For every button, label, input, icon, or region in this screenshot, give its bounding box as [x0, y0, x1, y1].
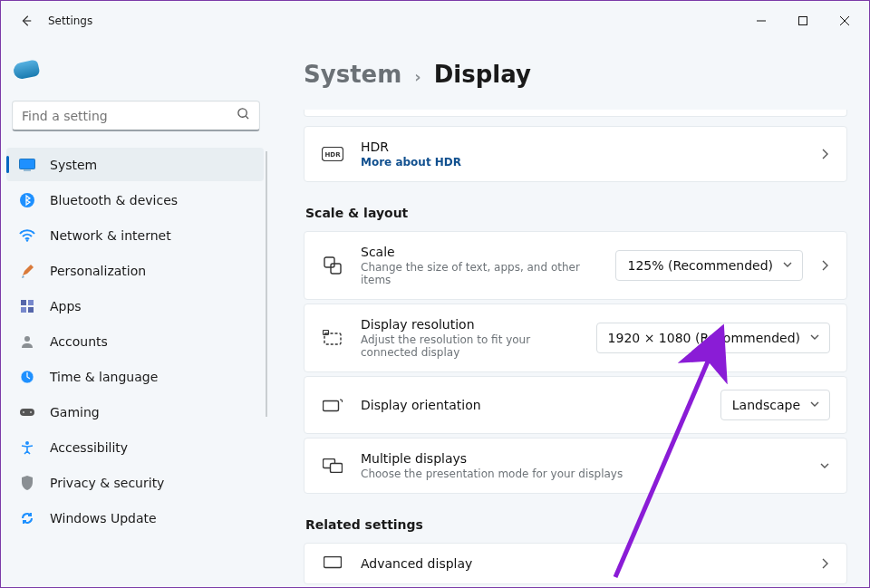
svg-text:HDR: HDR — [324, 151, 341, 159]
chevron-down-icon — [809, 331, 820, 345]
chevron-right-icon — [819, 558, 830, 569]
scale-select[interactable]: 125% (Recommended) — [615, 250, 803, 281]
row-title: Advanced display — [361, 556, 803, 571]
svg-rect-3 — [24, 169, 31, 170]
svg-rect-6 — [21, 300, 26, 305]
row-scale[interactable]: Scale Change the size of text, apps, and… — [304, 231, 847, 300]
apps-icon — [19, 298, 35, 314]
sidebar-item-windows-update[interactable]: Windows Update — [6, 501, 264, 535]
select-value: 125% (Recommended) — [627, 258, 773, 273]
maximize-icon — [798, 16, 807, 25]
row-sub: Adjust the resolution to fit your connec… — [361, 333, 580, 359]
row-title: Scale — [361, 245, 599, 259]
sidebar-item-personalization[interactable]: Personalization — [6, 254, 264, 287]
svg-point-10 — [24, 336, 30, 342]
resolution-select[interactable]: 1920 × 1080 (Recommended) — [596, 323, 830, 353]
row-title: Multiple displays — [361, 451, 803, 466]
svg-rect-25 — [331, 464, 343, 473]
chevron-down-icon — [819, 460, 830, 471]
sidebar-item-label: Apps — [50, 299, 82, 313]
svg-point-15 — [30, 411, 32, 413]
svg-rect-2 — [20, 159, 35, 169]
sidebar-item-label: Gaming — [50, 405, 100, 419]
minimize-icon — [757, 16, 766, 25]
close-icon — [840, 16, 849, 25]
close-button[interactable] — [824, 6, 865, 35]
shield-icon — [19, 475, 35, 491]
update-icon — [19, 510, 35, 526]
svg-point-1 — [238, 109, 246, 117]
brush-icon — [19, 263, 35, 279]
svg-rect-22 — [324, 331, 329, 335]
avatar — [12, 59, 40, 80]
orientation-select[interactable]: Landscape — [720, 390, 830, 420]
window-title: Settings — [48, 14, 92, 27]
select-value: Landscape — [732, 398, 800, 412]
maximize-button[interactable] — [782, 6, 824, 35]
row-resolution[interactable]: Display resolution Adjust the resolution… — [304, 304, 847, 372]
resolution-icon — [321, 330, 344, 346]
sidebar-item-network[interactable]: Network & internet — [6, 218, 264, 252]
system-icon — [19, 157, 35, 173]
sidebar-item-label: Privacy & security — [50, 476, 164, 490]
minimize-button[interactable] — [740, 6, 782, 35]
scale-icon — [321, 256, 344, 275]
row-title: Display resolution — [361, 317, 580, 332]
chevron-right-icon — [819, 149, 830, 159]
accessibility-icon — [19, 439, 35, 456]
multiple-displays-icon — [321, 458, 344, 473]
select-value: 1920 × 1080 (Recommended) — [608, 331, 800, 345]
wifi-icon — [19, 227, 35, 244]
row-sub: Change the size of text, apps, and other… — [361, 261, 599, 286]
bluetooth-icon — [19, 192, 35, 208]
hdr-link[interactable]: More about HDR — [361, 156, 803, 169]
sidebar-item-accounts[interactable]: Accounts — [6, 324, 264, 358]
sidebar-item-label: Bluetooth & devices — [50, 193, 178, 207]
svg-point-5 — [26, 239, 28, 241]
svg-point-16 — [25, 441, 29, 445]
svg-rect-20 — [331, 264, 341, 274]
sidebar-item-label: Accounts — [50, 334, 108, 349]
sidebar-item-gaming[interactable]: Gaming — [6, 395, 264, 429]
search-field[interactable] — [22, 109, 237, 123]
breadcrumb-parent[interactable]: System — [304, 61, 401, 88]
sidebar-item-system[interactable]: System — [6, 148, 264, 181]
sidebar-item-time-language[interactable]: Time & language — [6, 360, 264, 393]
row-advanced-display[interactable]: Advanced display — [304, 543, 847, 584]
sidebar: System Bluetooth & devices Network & int… — [1, 41, 271, 587]
row-orientation[interactable]: Display orientation Landscape — [304, 376, 847, 434]
sidebar-item-label: Accessibility — [50, 440, 128, 455]
chevron-right-icon — [819, 260, 830, 271]
profile-area[interactable] — [6, 41, 266, 93]
row-title: HDR — [361, 140, 803, 154]
breadcrumb: System › Display — [304, 61, 847, 88]
section-related: Related settings — [305, 517, 847, 532]
chevron-down-icon — [809, 398, 820, 412]
row-hdr[interactable]: HDR HDR More about HDR — [304, 126, 847, 182]
row-multiple-displays[interactable]: Multiple displays Choose the presentatio… — [304, 438, 847, 494]
sidebar-item-label: Personalization — [50, 264, 146, 278]
card-stub — [304, 110, 847, 117]
svg-point-14 — [23, 411, 24, 413]
gamepad-icon — [19, 404, 35, 420]
search-icon — [237, 107, 250, 124]
svg-rect-8 — [21, 307, 26, 313]
row-sub: Choose the presentation mode for your di… — [361, 468, 803, 480]
orientation-icon — [321, 398, 344, 412]
chevron-right-icon: › — [414, 67, 420, 86]
row-title: Display orientation — [361, 398, 704, 412]
svg-rect-9 — [28, 307, 34, 313]
sidebar-item-accessibility[interactable]: Accessibility — [6, 430, 264, 464]
svg-rect-7 — [28, 300, 34, 305]
back-button[interactable] — [12, 6, 41, 35]
search-input[interactable] — [12, 101, 260, 131]
sidebar-item-bluetooth[interactable]: Bluetooth & devices — [6, 183, 264, 217]
sidebar-item-label: System — [50, 158, 97, 172]
svg-rect-13 — [20, 409, 34, 416]
person-icon — [19, 333, 35, 350]
sidebar-item-apps[interactable]: Apps — [6, 289, 264, 323]
sidebar-item-privacy[interactable]: Privacy & security — [6, 466, 264, 499]
svg-rect-23 — [324, 401, 339, 411]
sidebar-item-label: Network & internet — [50, 228, 171, 243]
globe-clock-icon — [19, 369, 35, 385]
